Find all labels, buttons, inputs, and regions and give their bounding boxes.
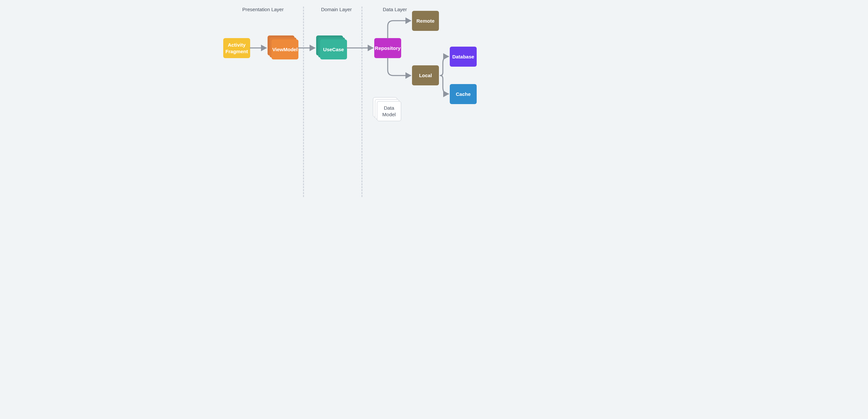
node-usecase: UseCase [320,39,347,59]
node-usecase-label: UseCase [323,46,344,53]
architecture-diagram: Presentation Layer Domain Layer Data Lay… [217,0,651,210]
arrow-repository-to-local [388,58,411,76]
arrows-layer [217,0,651,210]
arrow-repository-to-remote [388,21,411,38]
node-database-label: Database [453,54,474,60]
node-datamodel-label: Data Model [382,105,396,118]
node-datamodel: Data Model [377,101,401,121]
node-local: Local [412,65,439,85]
node-local-label: Local [419,72,432,79]
node-remote: Remote [412,11,439,31]
arrow-local-to-cache [440,76,448,94]
layer-label-presentation: Presentation Layer [242,6,284,12]
node-cache-label: Cache [456,91,470,97]
divider-domain-data [362,6,363,197]
node-cache: Cache [450,84,477,104]
node-remote-label: Remote [416,18,434,24]
layer-label-data: Data Layer [383,6,407,12]
node-viewmodel-label: ViewModel [272,46,298,53]
node-activity-fragment-label: Activity Fragment [225,42,248,55]
node-activity-fragment: Activity Fragment [223,38,250,58]
arrow-local-to-database [440,57,448,76]
divider-presentation-domain [303,6,304,197]
layer-label-domain: Domain Layer [321,6,351,12]
node-viewmodel: ViewModel [272,39,299,59]
node-database: Database [450,47,477,67]
node-repository: Repository [374,38,401,58]
node-repository-label: Repository [375,45,401,52]
